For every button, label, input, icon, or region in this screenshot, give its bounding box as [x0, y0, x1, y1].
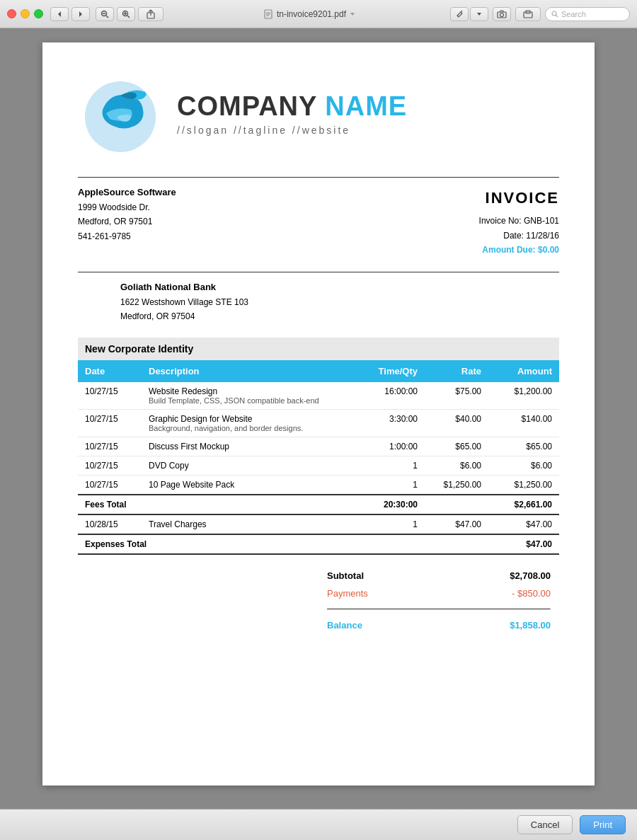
- window-title: tn-invoice9201.pdf: [169, 9, 450, 19]
- fees-total-amount: $2,661.00: [488, 495, 559, 514]
- row5-date: 10/27/15: [78, 476, 142, 495]
- edit-button[interactable]: [450, 7, 469, 21]
- row2-amount: $140.00: [488, 410, 559, 437]
- billing-row: AppleSource Software 1999 Woodside Dr. M…: [78, 185, 559, 258]
- row3-amount: $65.00: [488, 437, 559, 456]
- expenses-total-row: Expenses Total $47.00: [78, 534, 559, 554]
- payments-label: Payments: [320, 585, 438, 602]
- print-button[interactable]: Print: [580, 815, 626, 834]
- section-header: New Corporate Identity: [78, 338, 559, 360]
- camera-button[interactable]: [493, 7, 511, 21]
- invoice-table: Date Description Time/Qty Rate Amount 10…: [78, 360, 559, 555]
- row5-amount: $1,250.00: [488, 476, 559, 495]
- svg-marker-0: [58, 11, 61, 17]
- svg-line-23: [556, 15, 558, 17]
- table-header-row: Date Description Time/Qty Rate Amount: [78, 360, 559, 382]
- summary-divider: [327, 609, 551, 610]
- invoice-header: COMPANY NAME //slogan //tagline //websit…: [78, 71, 559, 156]
- col-rate: Rate: [425, 360, 488, 382]
- row1-date: 10/27/15: [78, 382, 142, 410]
- zoom-out-button[interactable]: [96, 7, 114, 21]
- row1-amount: $1,200.00: [488, 382, 559, 410]
- from-phone: 541-261-9785: [78, 229, 176, 243]
- exp1-amount: $47.00: [488, 514, 559, 534]
- svg-marker-15: [350, 13, 355, 16]
- payments-amount: - $850.00: [440, 585, 558, 602]
- row1-qty: 16:00:00: [354, 382, 425, 410]
- subtotal-amount: $2,708.00: [440, 568, 558, 584]
- invoice-number: Invoice No: GNB-101: [479, 214, 559, 228]
- bill-to-address1: 1622 Westshown Village STE 103: [120, 295, 559, 309]
- share2-button[interactable]: [515, 7, 541, 21]
- col-date: Date: [78, 360, 142, 382]
- zoom-in-button[interactable]: [117, 7, 135, 21]
- share-button[interactable]: [138, 7, 163, 21]
- col-amount: Amount: [488, 360, 559, 382]
- row5-rate: $1,250.00: [425, 476, 488, 495]
- exp1-rate: $47.00: [425, 514, 488, 534]
- maximize-button[interactable]: [34, 9, 43, 18]
- company-info: COMPANY NAME //slogan //tagline //websit…: [177, 91, 559, 136]
- bottom-bar: Cancel Print: [0, 809, 637, 840]
- minimize-button[interactable]: [21, 9, 30, 18]
- from-info: AppleSource Software 1999 Woodside Dr. M…: [78, 185, 176, 258]
- summary-section: Subtotal $2,708.00 Payments - $850.00 Ba…: [78, 566, 559, 635]
- row4-date: 10/27/15: [78, 456, 142, 476]
- row3-rate: $65.00: [425, 437, 488, 456]
- dropdown-btn[interactable]: [470, 7, 488, 21]
- bill-to-address2: Medford, OR 97504: [120, 309, 559, 323]
- invoice-title: INVOICE: [479, 185, 559, 211]
- svg-line-3: [106, 16, 108, 18]
- row3-desc: Discuss First Mockup: [142, 437, 354, 456]
- bill-to: Goliath National Bank 1622 Westshown Vil…: [78, 280, 559, 324]
- svg-marker-17: [477, 13, 481, 16]
- subtotal-label: Subtotal: [320, 568, 438, 584]
- balance-amount: $1,858.00: [440, 617, 558, 633]
- subtotal-row: Subtotal $2,708.00: [320, 568, 558, 584]
- balance-label: Balance: [320, 617, 438, 633]
- row2-rate: $40.00: [425, 410, 488, 437]
- table-row: 10/27/15 Discuss First Mockup 1:00:00 $6…: [78, 437, 559, 456]
- from-address2: Medford, OR 97501: [78, 214, 176, 229]
- main-area: COMPANY NAME //slogan //tagline //websit…: [0, 28, 637, 809]
- col-qty: Time/Qty: [354, 360, 425, 382]
- svg-line-6: [127, 16, 130, 18]
- row5-desc: 10 Page Website Pack: [142, 476, 354, 495]
- row3-date: 10/27/15: [78, 437, 142, 456]
- summary-table: Subtotal $2,708.00 Payments - $850.00 Ba…: [318, 566, 559, 635]
- traffic-lights: [7, 9, 43, 18]
- company-tagline: //slogan //tagline //website: [177, 125, 559, 136]
- fees-total-row: Fees Total 20:30:00 $2,661.00: [78, 495, 559, 514]
- table-row: 10/27/15 DVD Copy 1 $6.00 $6.00: [78, 456, 559, 476]
- company-name: COMPANY NAME: [177, 91, 559, 122]
- svg-rect-20: [524, 12, 532, 18]
- exp1-date: 10/28/15: [78, 514, 142, 534]
- table-row: 10/28/15 Travel Charges 1 $47.00 $47.00: [78, 514, 559, 534]
- fees-total-label: Fees Total: [78, 495, 354, 514]
- svg-line-16: [461, 11, 462, 12]
- exp1-qty: 1: [354, 514, 425, 534]
- row4-desc: DVD Copy: [142, 456, 354, 476]
- title-bar: tn-invoice9201.pdf Search: [0, 0, 637, 28]
- invoice-info: INVOICE Invoice No: GNB-101 Date: 11/28/…: [479, 185, 559, 258]
- svg-marker-1: [79, 11, 82, 17]
- nav-forward-button[interactable]: [71, 7, 90, 21]
- nav-back-button[interactable]: [50, 7, 69, 21]
- payments-row: Payments - $850.00: [320, 585, 558, 602]
- search-placeholder: Search: [561, 10, 586, 18]
- table-row: 10/27/15 10 Page Website Pack 1 $1,250.0…: [78, 476, 559, 495]
- row2-desc: Graphic Design for Website Background, n…: [142, 410, 354, 437]
- row1-rate: $75.00: [425, 382, 488, 410]
- svg-point-19: [500, 13, 504, 16]
- search-box[interactable]: Search: [545, 7, 630, 21]
- invoice-date: Date: 11/28/16: [479, 229, 559, 243]
- table-row: 10/27/15 Website Redesign Build Template…: [78, 382, 559, 410]
- cancel-button[interactable]: Cancel: [517, 815, 573, 834]
- billing-divider: [78, 272, 559, 272]
- expenses-total-label: Expenses Total: [78, 534, 354, 554]
- bill-to-company: Goliath National Bank: [120, 280, 559, 295]
- amount-due: Amount Due: $0.00: [479, 243, 559, 257]
- row4-qty: 1: [354, 456, 425, 476]
- company-logo: [78, 71, 163, 156]
- close-button[interactable]: [7, 9, 16, 18]
